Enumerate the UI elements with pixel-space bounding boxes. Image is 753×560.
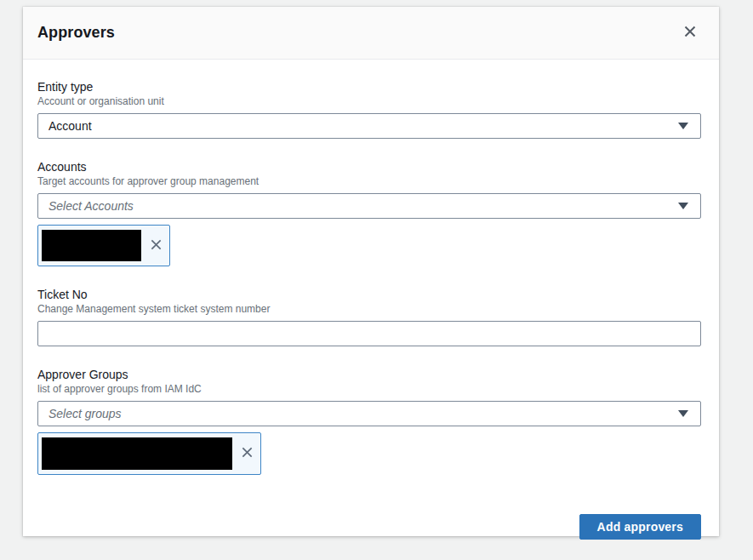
ticket-no-input[interactable] [37,321,701,346]
entity-type-select[interactable]: Account [37,113,701,139]
field-accounts: Accounts Target accounts for approver gr… [37,159,701,266]
add-approvers-button[interactable]: Add approvers [579,514,701,540]
modal-body: Entity type Account or organisation unit… [23,60,719,495]
accounts-label: Accounts [37,159,701,174]
dismiss-icon [150,238,163,254]
ticket-no-description: Change Management system ticket system n… [37,302,701,316]
modal-title: Approvers [37,24,115,42]
chevron-down-icon [678,203,688,209]
field-entity-type: Entity type Account or organisation unit… [37,79,701,139]
accounts-multiselect[interactable]: Select Accounts [37,193,701,219]
accounts-token [37,225,170,266]
modal-header: Approvers [23,7,719,60]
entity-type-selected-value: Account [48,119,92,133]
accounts-token-redacted-label [42,230,141,261]
chevron-down-icon [678,410,688,417]
approver-groups-token [37,432,261,475]
entity-type-description: Account or organisation unit [37,94,701,108]
close-button[interactable] [678,21,702,45]
dismiss-icon [241,446,254,461]
close-icon [683,25,697,41]
approvers-modal: Approvers Entity type Account or organis… [23,7,719,536]
accounts-description: Target accounts for approver group manag… [37,174,701,188]
chevron-down-icon [678,123,688,129]
field-approver-groups: Approver Groups list of approver groups … [37,367,701,475]
approver-groups-token-dismiss-button[interactable] [238,445,255,462]
approver-groups-multiselect[interactable]: Select groups [37,401,701,426]
approver-groups-token-redacted-label [42,437,232,470]
accounts-placeholder: Select Accounts [48,199,134,213]
approver-groups-description: list of approver groups from IAM IdC [37,382,701,396]
accounts-token-dismiss-button[interactable] [147,237,164,254]
approver-groups-placeholder: Select groups [48,407,122,420]
ticket-no-label: Ticket No [37,287,701,302]
approver-groups-label: Approver Groups [37,367,701,382]
field-ticket-no: Ticket No Change Management system ticke… [37,287,701,346]
entity-type-label: Entity type [37,79,701,94]
modal-footer: Add approvers [23,495,719,559]
